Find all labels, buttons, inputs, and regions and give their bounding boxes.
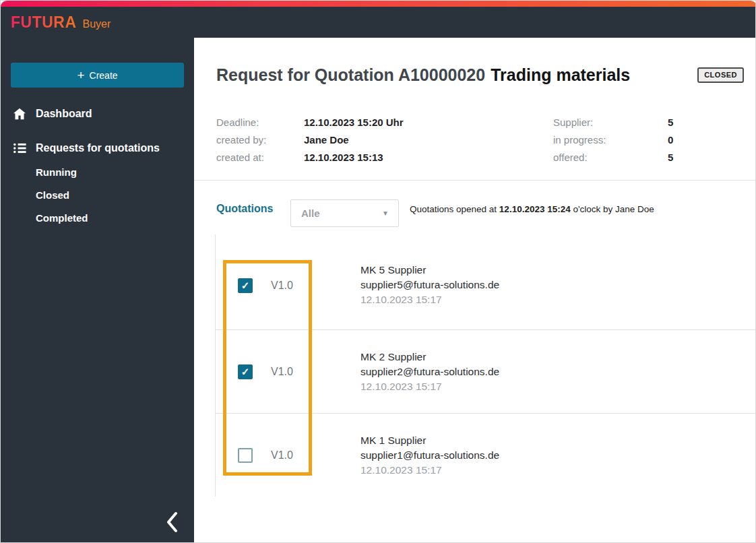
opened-info-datetime: 12.10.2023 15:24	[499, 204, 571, 214]
detail-value: 5	[668, 117, 673, 128]
app-header: FUTURA Buyer	[1, 7, 756, 38]
detail-created-at: created at: 12.10.2023 15:13	[216, 148, 383, 166]
supplier-info: MK 2 Supplier supplier2@futura-solutions…	[360, 350, 499, 394]
supplier-email: supplier2@futura-solutions.de	[360, 364, 499, 379]
quotation-date: 12.10.2023 15:17	[360, 292, 499, 307]
supplier-name: MK 2 Supplier	[360, 350, 499, 364]
quotation-date: 12.10.2023 15:17	[360, 379, 499, 394]
brand-name: FUTURA	[11, 13, 77, 32]
opened-info-suffix: o'clock by Jane Doe	[571, 204, 654, 214]
section-divider	[194, 180, 756, 181]
detail-value: 12.10.2023 15:13	[304, 152, 383, 163]
sidebar-subitem-label: Completed	[36, 212, 88, 224]
detail-value: 12.10.2023 15:20 Uhr	[304, 117, 404, 128]
sidebar-item-label: Requests for quotations	[36, 142, 160, 154]
sidebar-subitem-running[interactable]: Running	[36, 163, 77, 181]
create-button-label: Create	[90, 70, 118, 81]
detail-created-by: created by: Jane Doe	[216, 131, 349, 148]
detail-value: 5	[668, 152, 673, 163]
quotation-version: V1.0	[271, 449, 293, 461]
page-title: Request for Quotation A10000020	[216, 63, 485, 86]
sidebar-collapse-button[interactable]	[157, 507, 187, 537]
check-icon: ✓	[241, 366, 250, 377]
top-accent-bar	[1, 1, 756, 7]
sidebar-subitem-closed[interactable]: Closed	[36, 186, 69, 203]
filter-selected-value: Alle	[301, 207, 320, 219]
detail-offered-count: offered: 5	[553, 148, 673, 166]
detail-supplier-count: Supplier: 5	[553, 113, 673, 131]
quotations-list: ✓ V1.0 MK 5 Supplier supplier5@futura-so…	[215, 234, 756, 497]
brand-suffix: Buyer	[83, 18, 111, 30]
chevron-left-icon	[165, 511, 179, 533]
sidebar: + Create Dashboard Requests for quotatio…	[1, 38, 194, 543]
create-button[interactable]: + Create	[11, 63, 184, 88]
quotations-section-label: Quotations	[216, 203, 273, 215]
home-icon	[13, 108, 26, 120]
checkbox[interactable]: ✓	[238, 278, 253, 293]
page-title-name: Trading materials	[491, 63, 630, 86]
sidebar-item-label: Dashboard	[36, 108, 92, 120]
checkbox[interactable]: ✓	[238, 364, 253, 379]
checkbox[interactable]: ✓	[238, 448, 253, 463]
main-content: Request for Quotation A10000020 Trading …	[194, 38, 756, 543]
detail-label: Deadline:	[216, 117, 304, 128]
detail-label: in progress:	[553, 134, 668, 146]
quotation-version: V1.0	[271, 280, 293, 292]
chevron-down-icon: ▼	[382, 210, 389, 217]
sidebar-subitem-label: Closed	[36, 189, 69, 201]
bulleted-list-icon	[13, 143, 26, 154]
plus-icon: +	[77, 69, 84, 82]
quotation-date: 12.10.2023 15:17	[360, 463, 499, 478]
sidebar-subitem-label: Running	[36, 166, 77, 178]
supplier-info: MK 5 Supplier supplier5@futura-solutions…	[360, 262, 499, 307]
detail-value: Jane Doe	[304, 134, 349, 146]
detail-label: offered:	[553, 152, 668, 163]
sidebar-item-requests-for-quotations[interactable]: Requests for quotations	[1, 137, 194, 160]
quotation-version: V1.0	[271, 366, 293, 378]
sidebar-subitem-completed[interactable]: Completed	[36, 209, 88, 226]
title-row: Request for Quotation A10000020 Trading …	[216, 63, 744, 86]
check-icon: ✓	[241, 280, 250, 290]
quotation-row[interactable]: ✓ V1.0 MK 2 Supplier supplier2@futura-so…	[216, 330, 756, 414]
supplier-info: MK 1 Supplier supplier1@futura-solutions…	[360, 433, 499, 478]
quotations-filter-dropdown[interactable]: Alle ▼	[290, 199, 399, 227]
detail-deadline: Deadline: 12.10.2023 15:20 Uhr	[216, 113, 404, 131]
app-window: { "colors": { "topbar_gradient_left": "#…	[0, 0, 756, 543]
detail-in-progress-count: in progress: 0	[553, 131, 673, 148]
quotation-row[interactable]: ✓ V1.0 MK 5 Supplier supplier5@futura-so…	[216, 234, 756, 330]
quotation-row[interactable]: ✓ V1.0 MK 1 Supplier supplier1@futura-so…	[216, 414, 756, 497]
detail-label: created by:	[216, 134, 304, 146]
supplier-email: supplier1@futura-solutions.de	[360, 448, 499, 463]
detail-label: created at:	[216, 152, 304, 163]
supplier-email: supplier5@futura-solutions.de	[360, 277, 499, 292]
brand-logo: FUTURA Buyer	[11, 13, 111, 32]
quotations-opened-info: Quotations opened at 12.10.2023 15:24 o'…	[410, 204, 654, 214]
supplier-name: MK 5 Supplier	[360, 262, 499, 277]
sidebar-item-dashboard[interactable]: Dashboard	[1, 102, 194, 125]
detail-value: 0	[668, 134, 673, 146]
status-badge: CLOSED	[697, 67, 744, 83]
opened-info-prefix: Quotations opened at	[410, 204, 499, 214]
supplier-name: MK 1 Supplier	[360, 433, 499, 448]
detail-label: Supplier:	[553, 117, 668, 128]
